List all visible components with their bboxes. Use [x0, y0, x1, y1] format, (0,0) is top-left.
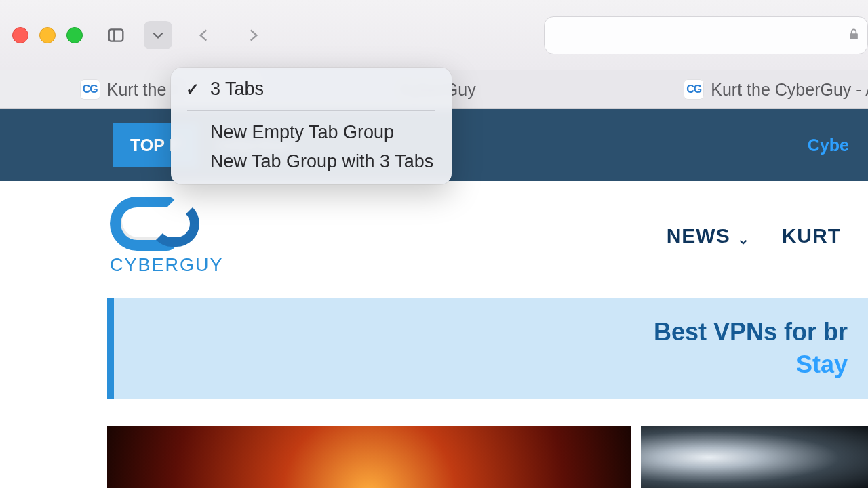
browser-toolbar	[0, 0, 868, 70]
zoom-window-button[interactable]	[66, 27, 83, 43]
site-navigation: CYBERGUY NEWS KURT	[0, 181, 868, 291]
close-window-button[interactable]	[12, 27, 28, 43]
banner-subtitle: Stay	[796, 350, 848, 379]
menu-item-label: New Tab Group with 3 Tabs	[210, 151, 433, 171]
svg-rect-0	[109, 29, 123, 41]
site-logo[interactable]: CYBERGUY	[110, 197, 224, 276]
chevron-down-icon	[737, 230, 749, 242]
forward-button[interactable]	[239, 21, 267, 49]
favicon-icon: CG	[80, 79, 100, 100]
menu-item-new-empty-group[interactable]: New Empty Tab Group	[171, 118, 452, 147]
menu-item-current-tabs[interactable]: ✓ 3 Tabs	[171, 75, 452, 104]
address-bar[interactable]	[544, 16, 868, 54]
tab-title: Kurt the CyberGuy - A	[711, 80, 868, 100]
nav-link-label: NEWS	[667, 224, 730, 247]
lock-icon	[847, 26, 861, 44]
hero-banner[interactable]: Best VPNs for br Stay	[107, 298, 868, 399]
back-button[interactable]	[190, 21, 218, 49]
window-controls	[12, 27, 83, 43]
checkmark-icon: ✓	[186, 80, 199, 99]
browser-tab[interactable]: CG Kurt the CyberGuy - A	[663, 70, 868, 108]
logo-icon	[110, 197, 205, 251]
nav-link-news[interactable]: NEWS	[667, 224, 749, 247]
minimize-window-button[interactable]	[39, 27, 56, 43]
menu-item-label: 3 Tabs	[210, 79, 264, 99]
nav-arrows	[190, 21, 267, 49]
article-tile[interactable]	[107, 426, 631, 488]
article-tiles	[107, 426, 868, 488]
tab-groups-dropdown-button[interactable]	[144, 21, 172, 49]
article-tile[interactable]	[641, 426, 868, 488]
nav-link-kurt[interactable]: KURT	[782, 224, 841, 247]
menu-divider	[187, 110, 435, 111]
nav-link-label: KURT	[782, 224, 841, 247]
favicon-icon: CG	[684, 79, 704, 100]
logo-text: CYBERGUY	[110, 255, 224, 276]
menu-item-new-group-with-tabs[interactable]: New Tab Group with 3 Tabs	[171, 147, 452, 176]
menu-item-label: New Empty Tab Group	[210, 122, 394, 142]
banner-title: Best VPNs for br	[654, 318, 848, 346]
announcement-link[interactable]: Cybe	[808, 136, 868, 155]
sidebar-toggle-button[interactable]	[102, 21, 130, 49]
tab-groups-menu: ✓ 3 Tabs New Empty Tab Group New Tab Gro…	[171, 68, 452, 184]
